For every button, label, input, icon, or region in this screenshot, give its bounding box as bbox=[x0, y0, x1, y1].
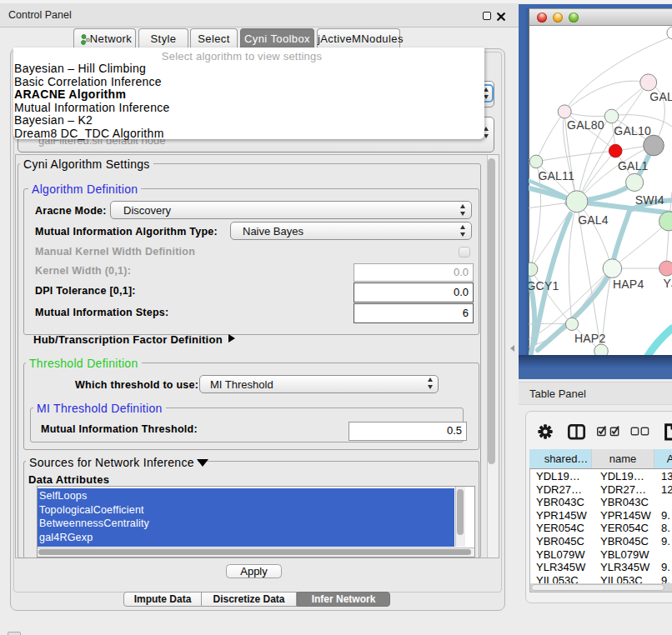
svg-text:GAL10: GAL10 bbox=[614, 124, 651, 138]
svg-text:GAL80: GAL80 bbox=[567, 118, 604, 132]
svg-text:GAL11: GAL11 bbox=[538, 169, 574, 182]
svg-text:YJ: YJ bbox=[664, 277, 672, 290]
svg-text:GAL7: GAL7 bbox=[649, 90, 672, 103]
svg-text:HAP2: HAP2 bbox=[574, 332, 605, 345]
svg-text:SWI4: SWI4 bbox=[635, 193, 664, 207]
svg-text:HAP4: HAP4 bbox=[613, 278, 644, 291]
svg-text:GAL1: GAL1 bbox=[618, 159, 649, 172]
svg-text:GCY1: GCY1 bbox=[529, 279, 559, 292]
svg-text:GAL4: GAL4 bbox=[578, 213, 609, 227]
